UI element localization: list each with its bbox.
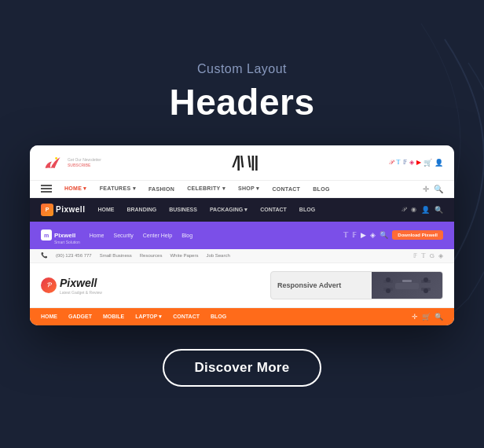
- hamburger-line-1: [41, 185, 52, 186]
- ad-text: Responsive Advert: [271, 281, 372, 289]
- orange-nav-home[interactable]: HOME: [41, 314, 57, 319]
- hamburger-line-3: [41, 191, 52, 193]
- orange-search-icon[interactable]: 🔍: [434, 313, 443, 321]
- cart-icon[interactable]: 🛒: [424, 159, 432, 167]
- pixwell-p-letter: P: [46, 207, 50, 212]
- orange-nav-contact[interactable]: CONTACT: [173, 314, 200, 319]
- purple-p-letter: m: [44, 233, 49, 238]
- header-3: m Pixwell Smart Solution Home Security C…: [30, 222, 454, 249]
- dark-nav-right: 𝒫 ◉ 👤 🔍: [402, 206, 443, 214]
- nav-item-celebrity[interactable]: CELEBRITY ▾: [187, 185, 226, 192]
- instagram-icon[interactable]: ◈: [409, 159, 414, 166]
- nav-bar-orange: HOME GADGET MOBILE LAPTOP ▾ CONTACT BLOG…: [30, 308, 454, 325]
- header-2: P Pixwell HOME BRANDING BUSINESS PACKAGI…: [30, 198, 454, 222]
- hamburger-menu[interactable]: [41, 185, 52, 193]
- header-4: 𝓟 Pixwell Latest Gadget & Review Respons…: [30, 263, 454, 308]
- pinterest-icon[interactable]: 𝒫: [389, 159, 394, 167]
- dark-nav-contact[interactable]: CONTACT: [260, 207, 287, 212]
- social-icons: 𝒫 𝕋 𝔽 ◈ ▶ 🛒 👤: [389, 159, 443, 167]
- purple-nav-blog[interactable]: Blog: [182, 233, 192, 238]
- svg-point-8: [386, 288, 390, 293]
- pixwell-dark-logo: P Pixwell: [41, 204, 85, 216]
- util-white-papers[interactable]: White Papers: [170, 253, 198, 258]
- facebook-icon[interactable]: 𝔽: [403, 159, 407, 166]
- dark-nav-business[interactable]: BUSINESS: [169, 207, 197, 212]
- header-1: Get Our Newsletter SUBSCRIBE /|\ \|| 𝒫 𝕋…: [30, 145, 454, 181]
- util-resources[interactable]: Resources: [140, 253, 163, 258]
- dark-nav-blog[interactable]: BLOG: [299, 207, 315, 212]
- util-facebook-icon[interactable]: 𝔽: [413, 252, 417, 259]
- purple-facebook-icon[interactable]: 𝔽: [352, 231, 357, 239]
- browser-mockup: Get Our Newsletter SUBSCRIBE /|\ \|| 𝒫 𝕋…: [30, 145, 454, 325]
- orange-nav-blog[interactable]: BLOG: [211, 314, 226, 319]
- svg-rect-1: [395, 283, 419, 289]
- nav-right-icons: ✛ 🔍: [423, 185, 443, 193]
- pixwell-purple-logo-text: Pixwell: [54, 232, 75, 239]
- orange-nav-mobile[interactable]: MOBILE: [103, 314, 124, 319]
- brand-name: Pixwell: [60, 277, 97, 289]
- download-pixwell-button[interactable]: Download Pixwell: [392, 230, 443, 240]
- nav-item-home[interactable]: HOME ▾: [64, 185, 87, 192]
- pixwell-purple-logo-icon: m: [41, 230, 52, 241]
- subtitle: Custom Layout: [197, 62, 287, 76]
- phone-icon: 📞: [41, 252, 48, 259]
- nav-item-contact[interactable]: CONTACT: [272, 186, 300, 192]
- util-job-search[interactable]: Job Search: [206, 253, 229, 258]
- purple-twitter-icon[interactable]: 𝕋: [343, 231, 348, 239]
- header-1-center-logo: /|\ \||: [233, 153, 258, 171]
- svg-point-0: [55, 157, 57, 160]
- orange-nav-right: ✛ 🛒 🔍: [412, 313, 443, 321]
- nav-bar-1: HOME ▾ FEATURES ▾ FASHION CELEBRITY ▾ SH…: [30, 181, 454, 198]
- subscribe-button-label[interactable]: SUBSCRIBE: [68, 163, 101, 168]
- nav-item-fashion[interactable]: FASHION: [148, 186, 174, 192]
- brand-p: 𝓟: [47, 281, 51, 289]
- twitter-icon[interactable]: 𝕋: [396, 159, 401, 166]
- dark-pinterest-icon[interactable]: 𝒫: [402, 206, 406, 214]
- discover-more-button[interactable]: Discover More: [163, 349, 321, 387]
- purple-rss-icon[interactable]: ◈: [370, 231, 376, 239]
- purple-youtube-icon[interactable]: ▶: [361, 231, 366, 239]
- util-google-icon[interactable]: G: [430, 252, 434, 259]
- nav-item-features[interactable]: FEATURES ▾: [100, 185, 136, 192]
- brand-tagline: Latest Gadget & Review: [60, 290, 102, 295]
- orange-cart-icon[interactable]: 🛒: [422, 313, 431, 321]
- util-twitter-icon[interactable]: 𝕋: [421, 252, 426, 259]
- phone-number: (00) 123 456 777: [56, 253, 92, 258]
- svg-rect-10: [402, 280, 412, 282]
- brand-text-block: Pixwell Latest Gadget & Review: [60, 276, 102, 295]
- content-wrapper: Custom Layout Headers Get Our Newsletter…: [0, 46, 484, 402]
- plus-icon[interactable]: ✛: [423, 185, 429, 193]
- header-1-left: Get Our Newsletter SUBSCRIBE: [41, 152, 101, 174]
- subscribe-block: Get Our Newsletter SUBSCRIBE: [68, 157, 101, 168]
- dark-person-icon[interactable]: 👤: [421, 206, 430, 214]
- pixwell-purple-brand-text: Pixwell Smart Solution: [54, 226, 80, 244]
- util-instagram-icon[interactable]: ◈: [438, 252, 443, 259]
- search-icon[interactable]: 🔍: [434, 185, 443, 193]
- orange-nav-laptop[interactable]: LAPTOP ▾: [135, 314, 162, 320]
- svg-point-6: [386, 277, 390, 282]
- nav-item-shop[interactable]: SHOP ▾: [238, 185, 259, 192]
- dark-nav-home[interactable]: HOME: [97, 207, 114, 212]
- purple-nav-home[interactable]: Home: [90, 233, 104, 238]
- pixwell-dark-logo-icon: P: [41, 204, 53, 216]
- dark-search-icon[interactable]: ◉: [411, 206, 416, 213]
- dark-cart-icon[interactable]: 🔍: [434, 206, 443, 214]
- orange-nav-gadget[interactable]: GADGET: [68, 314, 92, 319]
- pixwell-purple-logo-sub: Smart Solution: [54, 241, 80, 244]
- svg-point-7: [424, 277, 428, 282]
- person-icon[interactable]: 👤: [434, 159, 443, 167]
- dark-nav-branding[interactable]: BRANDING: [126, 207, 156, 212]
- purple-search-icon[interactable]: 🔍: [380, 231, 388, 239]
- nav-item-blog[interactable]: BLOG: [313, 186, 329, 192]
- purple-nav-right: 𝕋 𝔽 ▶ ◈ 🔍 Download Pixwell: [343, 230, 443, 240]
- pixwell-brand-logo: 𝓟 Pixwell Latest Gadget & Review: [41, 276, 102, 295]
- ad-image: [372, 271, 442, 299]
- util-small-business[interactable]: Small Business: [100, 253, 132, 258]
- brand-icon: 𝓟: [41, 277, 57, 293]
- purple-nav-centerhelp[interactable]: Center Help: [143, 233, 172, 238]
- orange-plus-icon[interactable]: ✛: [412, 313, 418, 321]
- purple-nav-security[interactable]: Security: [113, 233, 133, 238]
- youtube-icon[interactable]: ▶: [416, 159, 421, 166]
- pixwell-dark-logo-text: Pixwell: [56, 205, 85, 214]
- dark-nav-packaging[interactable]: PACKAGING ▾: [210, 207, 248, 213]
